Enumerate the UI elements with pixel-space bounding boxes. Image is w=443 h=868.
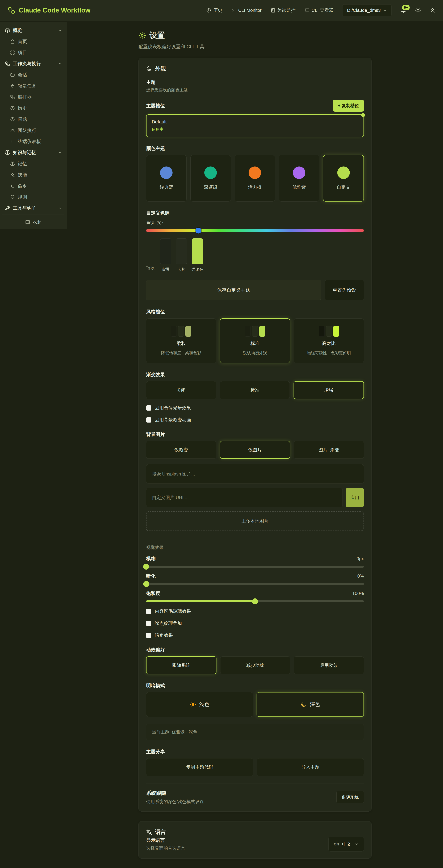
style-soft[interactable]: 柔和 降低饱和度，柔和色彩 bbox=[146, 318, 216, 363]
top-header: Claude Code Workflow 历史 CLI Monitor 终端监控… bbox=[0, 0, 443, 21]
theme-slot-default[interactable]: Default 使用中 bbox=[146, 115, 364, 137]
hover-glow-row: 启用悬停光晕效果 bbox=[146, 405, 364, 411]
sidebar-item-memory[interactable]: 记忆 bbox=[2, 158, 64, 169]
workflow-icon bbox=[10, 95, 15, 99]
theme-toggle-button[interactable] bbox=[415, 8, 421, 13]
palette-vibrant-orange[interactable]: 活力橙 bbox=[235, 155, 275, 202]
unsplash-search-input[interactable] bbox=[146, 464, 364, 484]
style-high-contrast[interactable]: 高对比 增强可读性，色彩更鲜明 bbox=[294, 318, 364, 363]
sidebar-item-terminal-dashboard[interactable]: 终端仪表板 bbox=[2, 136, 64, 147]
sidebar-collapse-label: 收起 bbox=[33, 219, 42, 225]
sidebar-item-label: 终端仪表板 bbox=[18, 138, 41, 145]
gradient-off-option[interactable]: 关闭 bbox=[146, 381, 216, 399]
palette-deep-green[interactable]: 深邃绿 bbox=[190, 155, 231, 202]
noise-label: 噪点纹理叠加 bbox=[155, 620, 182, 626]
clock-icon bbox=[206, 8, 211, 13]
sidebar-item-sessions[interactable]: 会话 bbox=[2, 69, 64, 81]
glass-checkbox[interactable] bbox=[146, 609, 151, 614]
blur-slider[interactable] bbox=[146, 566, 364, 568]
copy-slot-button[interactable]: + 复制槽位 bbox=[333, 100, 364, 112]
bg-anim-checkbox[interactable] bbox=[146, 417, 151, 423]
app-title: Claude Code Workflow bbox=[19, 7, 90, 14]
nav-cli-viewer[interactable]: CLI 查看器 bbox=[305, 7, 334, 13]
bg-image-label: 背景图片 bbox=[146, 431, 364, 437]
sidebar-item-light-tasks[interactable]: 轻量任务 bbox=[2, 81, 64, 92]
appearance-card-title: 外观 bbox=[155, 65, 166, 72]
nav-terminal-monitor[interactable]: 终端监控 bbox=[271, 7, 296, 13]
sidebar-item-label: 技能 bbox=[18, 172, 27, 178]
gradient-standard-option[interactable]: 标准 bbox=[220, 381, 290, 399]
motion-reduce-option[interactable]: 减少动效 bbox=[220, 656, 290, 674]
system-follow-title: 系统跟随 bbox=[146, 790, 204, 797]
noise-checkbox[interactable] bbox=[146, 621, 151, 626]
display-language-select[interactable]: CN 中文 bbox=[328, 837, 364, 851]
palette-swatch bbox=[337, 166, 350, 179]
hue-slider-thumb[interactable] bbox=[195, 227, 201, 234]
sidebar-item-projects[interactable]: 项目 bbox=[2, 47, 64, 58]
blur-slider-thumb[interactable] bbox=[143, 564, 149, 569]
sidebar-item-rules[interactable]: 规则 bbox=[2, 191, 64, 203]
gear-icon bbox=[138, 32, 146, 39]
sidebar-item-label: 编排器 bbox=[18, 94, 32, 100]
sidebar-item-home[interactable]: 首页 bbox=[2, 36, 64, 47]
sidebar-item-team-execution[interactable]: 团队执行 bbox=[2, 125, 64, 136]
sidebar-item-label: 项目 bbox=[18, 50, 27, 56]
moon-icon bbox=[146, 66, 152, 71]
sidebar-group-knowledge[interactable]: 知识与记忆 bbox=[2, 147, 64, 158]
project-selector[interactable]: D:/Claude_dms3 bbox=[342, 4, 391, 16]
save-custom-theme-button[interactable]: 保存自定义主题 bbox=[146, 280, 321, 300]
sidebar-group-workflow[interactable]: 工作流与执行 bbox=[2, 58, 64, 69]
style-desc: 默认均衡外观 bbox=[243, 350, 267, 356]
user-menu-button[interactable] bbox=[430, 8, 435, 13]
upload-local-image-button[interactable]: 上传本地图片 bbox=[146, 512, 364, 531]
palette-custom[interactable]: 自定义 bbox=[323, 155, 364, 202]
gradient-enhanced-option[interactable]: 增强 bbox=[293, 381, 364, 399]
notifications-button[interactable]: 9+ bbox=[401, 8, 406, 13]
nav-history[interactable]: 历史 bbox=[206, 7, 222, 13]
light-mode-label: 浅色 bbox=[199, 701, 209, 708]
motion-system-option[interactable]: 跟随系统 bbox=[146, 656, 217, 674]
sidebar-item-orchestrator[interactable]: 编排器 bbox=[2, 92, 64, 102]
sidebar-item-label: 规则 bbox=[18, 194, 27, 200]
import-theme-button[interactable]: 导入主题 bbox=[257, 758, 364, 776]
monitor-icon bbox=[305, 8, 310, 13]
dark-mode-button[interactable]: 深色 bbox=[257, 692, 364, 717]
nav-cli-monitor[interactable]: CLI Monitor bbox=[231, 8, 261, 13]
apply-url-button[interactable]: 应用 bbox=[346, 488, 364, 507]
sidebar-group-tools[interactable]: 工具与钩子 bbox=[2, 203, 64, 214]
style-standard[interactable]: 标准 默认均衡外观 bbox=[220, 318, 290, 363]
brain-icon bbox=[10, 161, 15, 166]
divider bbox=[146, 538, 364, 538]
language-card: 语言 显示语言 选择界面的首选语言 CN 中文 bbox=[138, 821, 372, 859]
bg-image-only-option[interactable]: 仅图片 bbox=[220, 441, 290, 459]
saturation-slider-thumb[interactable] bbox=[252, 598, 258, 604]
page-subtitle: 配置仪表板偏好设置和 CLI 工具 bbox=[138, 43, 372, 50]
brain-icon bbox=[5, 150, 10, 155]
bg-gradient-only-option[interactable]: 仅渐变 bbox=[146, 441, 216, 459]
copy-theme-code-button[interactable]: 复制主题代码 bbox=[146, 758, 253, 776]
saturation-slider[interactable] bbox=[146, 600, 364, 602]
darken-slider-thumb[interactable] bbox=[143, 581, 149, 587]
darken-slider[interactable] bbox=[146, 583, 364, 585]
custom-url-input[interactable] bbox=[146, 488, 343, 507]
sidebar-item-issues[interactable]: 问题 bbox=[2, 114, 64, 125]
sidebar-item-history[interactable]: 历史 bbox=[2, 102, 64, 114]
follow-system-button[interactable]: 跟随系统 bbox=[337, 791, 364, 803]
sidebar-item-commands[interactable]: 命令 bbox=[2, 180, 64, 191]
sidebar-item-skills[interactable]: 技能 bbox=[2, 169, 64, 180]
motion-label: 动效偏好 bbox=[146, 647, 364, 653]
palette-elegant-purple[interactable]: 优雅紫 bbox=[279, 155, 319, 202]
visual-effects-label: 视觉效果 bbox=[146, 545, 364, 550]
palette-classic-blue[interactable]: 经典蓝 bbox=[146, 155, 187, 202]
sidebar-group-overview[interactable]: 概览 bbox=[2, 25, 64, 36]
palette-swatch bbox=[160, 166, 172, 179]
hover-glow-checkbox[interactable] bbox=[146, 405, 151, 410]
sidebar-collapse-button[interactable]: 收起 bbox=[2, 215, 64, 229]
light-mode-button[interactable]: 浅色 bbox=[146, 692, 253, 717]
vignette-checkbox[interactable] bbox=[146, 633, 151, 638]
custom-hue-label: 自定义色调 bbox=[146, 210, 364, 216]
hue-slider[interactable] bbox=[146, 229, 364, 232]
reset-preset-button[interactable]: 重置为预设 bbox=[325, 280, 364, 300]
motion-enable-option[interactable]: 启用动效 bbox=[294, 656, 364, 674]
bg-image-gradient-option[interactable]: 图片+渐变 bbox=[294, 441, 364, 459]
